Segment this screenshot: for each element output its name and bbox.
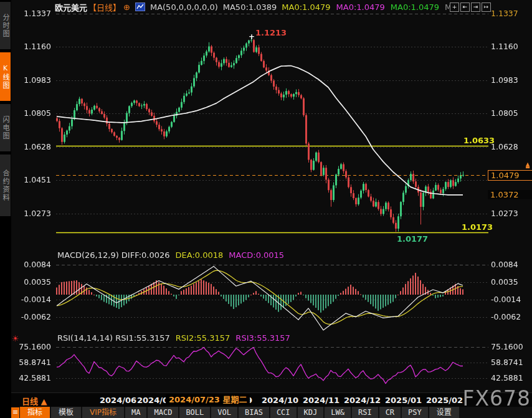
ma-value-2: MA0:1.0479: [336, 2, 385, 12]
date-label-2024-11: 2024/11: [303, 396, 340, 405]
price-alert-icon[interactable]: ▲▬: [524, 163, 531, 169]
sidebar-item-2[interactable]: K线图: [0, 52, 11, 101]
price-axis-left-1: 1.1160: [11, 42, 51, 51]
tabs-menu-button[interactable]: ≡: [11, 407, 19, 418]
macd-axis-right-1: 0.0035: [491, 277, 531, 287]
sidebar-item-label: 闪电图: [0, 116, 11, 140]
price-axis-right-1: 1.1160: [491, 42, 531, 51]
price-axis-right-5: 1.0273: [491, 209, 531, 218]
price-axis-left-4: 1.0628: [11, 142, 51, 151]
rsi-axis-left-2: 42.5881: [11, 373, 51, 382]
rsi3-value: RSI3:55.3157: [235, 333, 290, 343]
shift-right-icon[interactable]: ↦: [482, 2, 491, 12]
price-axis-left-0: 1.1337: [11, 9, 51, 18]
rsi-axis-right-0: 75.1600: [491, 342, 531, 351]
lower-level-label: 1.0173: [462, 222, 493, 232]
crosshair-date-tooltip: 2024/07/23 星期二: [166, 394, 250, 405]
macd-dea-value: DEA:0.0018: [176, 250, 224, 260]
tab-CR[interactable]: CR: [379, 407, 401, 418]
macd-panel-header: MACD(26,12,9) DIFF:0.0026 DEA:0.0018 MAC…: [57, 250, 284, 260]
time-axis: 日线 ▲ 2024/07/23 星期二 2024/062024/072024/0…: [11, 393, 532, 407]
ma-value-3: MA0:1.0479: [391, 2, 439, 12]
price-axis-right-3: 1.0805: [491, 108, 531, 118]
tab-BOLL[interactable]: BOLL: [179, 407, 210, 418]
sidebar-item-3[interactable]: 闪电图: [0, 104, 11, 151]
rsi-panel-header: RSI(14,14,14) RSI1:55.3157 RSI2:55.3157 …: [57, 333, 290, 343]
sidebar-item-4[interactable]: 合约资料: [0, 154, 11, 216]
date-label-2025-01: 2025/01: [385, 396, 422, 405]
tab-VOL[interactable]: VOL: [211, 407, 237, 418]
rsi-axis-left-0: 75.1600: [11, 342, 51, 351]
tab-VIP指标[interactable]: VIP指标: [82, 407, 124, 418]
date-label-2024-10: 2024/10: [262, 396, 298, 405]
macd-title: MACD(26,12,9) DIFF:0.0026: [57, 250, 170, 260]
macd-axis-right-2: -0.0014: [491, 295, 531, 304]
last-price-box: 1.0479: [488, 170, 532, 181]
high-cross-marker: +: [249, 32, 255, 41]
left-sidebar: 分时图K线图闪电图合约资料: [0, 0, 11, 418]
macd-value: MACD:0.0015: [229, 250, 284, 260]
rsi-title: RSI(14,14,14) RSI1:55.3157: [57, 333, 170, 343]
ma50-value: MA50:1.0389: [223, 2, 277, 12]
rsi2-value: RSI2:55.3157: [176, 333, 230, 343]
macd-axis-right-0: 0.0084: [491, 260, 531, 269]
macd-axis-left-2: -0.0014: [11, 295, 51, 304]
sidebar-item-1[interactable]: 分时图: [0, 2, 11, 49]
fit-right-icon[interactable]: ⇥: [471, 2, 480, 12]
price-axis-right-4: 1.0628: [491, 142, 531, 151]
sidebar-item-label: 合约资料: [0, 169, 11, 202]
tab-MA[interactable]: MA: [125, 407, 146, 418]
chart-header: 欧元美元【日线】⊕ MA(50,0,0,0,0,0) MA50:1.0389 M…: [55, 2, 457, 12]
tab-PSY[interactable]: PSY: [402, 407, 428, 418]
tab-CCI[interactable]: CCI: [270, 407, 297, 418]
secondary-price-box: 1.0372: [488, 190, 532, 199]
period-indicator[interactable]: 日线 ▲: [22, 395, 47, 407]
upper-level-label: 1.0633: [463, 136, 495, 145]
date-label-2025-02: 2025/02: [426, 396, 463, 405]
tab-模板[interactable]: 模板: [51, 407, 81, 418]
tab-设置[interactable]: 设置: [429, 407, 459, 418]
fit-left-icon[interactable]: ⇤: [460, 2, 470, 12]
low-price-label: 1.0177: [397, 234, 428, 244]
period-tag: 【日线】: [88, 1, 121, 13]
rsi-axis-left-1: 58.8741: [11, 358, 51, 367]
line-chart-icon[interactable]: [135, 2, 145, 11]
ma-value-1: MA0:1.0479: [282, 2, 330, 12]
macd-axis-left-0: 0.0084: [11, 260, 51, 269]
tab-MACD[interactable]: MACD: [148, 407, 178, 418]
macd-axis-right-3: -0.0062: [491, 312, 531, 321]
add-indicator-icon[interactable]: ⊕: [123, 2, 130, 12]
chart-canvas[interactable]: [0, 0, 532, 418]
price-axis-left-6: 1.0273: [11, 209, 51, 218]
symbol-title: 欧元美元: [55, 1, 87, 13]
ma-settings-label[interactable]: MA(50,0,0,0,0,0): [150, 2, 218, 12]
tab-LW&[interactable]: LW&: [325, 407, 351, 418]
tab-RSI[interactable]: RSI: [352, 407, 378, 418]
tab-指标[interactable]: 指标: [20, 407, 50, 418]
pan-icon[interactable]: +: [450, 2, 459, 12]
alarm-icon[interactable]: ☀: [12, 334, 19, 343]
price-axis-right-0: 1.1337: [491, 9, 531, 18]
price-axis-left-3: 1.0805: [11, 108, 51, 118]
sidebar-item-label: 分时图: [0, 14, 11, 38]
macd-axis-left-3: -0.0062: [11, 312, 51, 321]
rsi-axis-right-2: 42.5881: [491, 373, 531, 382]
price-axis-right-2: 1.0983: [491, 75, 531, 85]
rsi-axis-right-1: 58.8741: [491, 358, 531, 367]
indicator-tab-bar: 指标模板VIP指标MAMACDBOLLVOLBIASCCIKDJLW&RSICR…: [11, 407, 532, 418]
trading-app-window: 分时图K线图闪电图合约资料 欧元美元【日线】⊕ MA(50,0,0,0,0,0)…: [0, 0, 532, 418]
tab-KDJ[interactable]: KDJ: [298, 407, 324, 418]
price-axis-left-2: 1.0983: [11, 75, 51, 85]
macd-axis-left-1: 0.0035: [11, 277, 51, 287]
tab-BIAS[interactable]: BIAS: [239, 407, 269, 418]
sidebar-item-label: K线图: [0, 64, 11, 90]
chart-toolbar: +⇤⇥↦: [450, 2, 491, 12]
ma-current-values: MA0:1.0479MA0:1.0479MA0:1.0479MA: [282, 2, 457, 12]
date-label-2024-06: 2024/06: [100, 396, 136, 405]
high-price-label: 1.1213: [255, 28, 287, 37]
price-axis-left-5: 1.0451: [11, 175, 51, 184]
date-label-2024-12: 2024/12: [344, 396, 381, 405]
